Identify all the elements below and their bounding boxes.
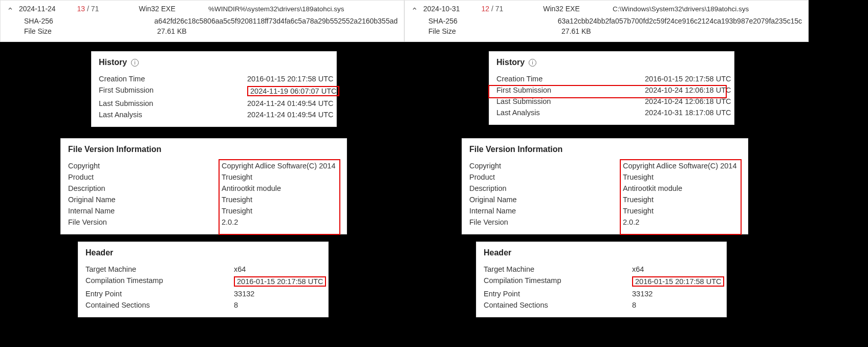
first-submission-label: First Submission	[99, 86, 247, 96]
contained-sections-value: 8	[234, 301, 238, 309]
file-size-row: File Size 27.61 KB	[24, 26, 398, 36]
first-submission-value: 2024-11-19 06:07:07 UTC	[247, 86, 339, 96]
history-title: History	[99, 58, 127, 67]
contained-sections-label: Contained Sections	[484, 301, 632, 309]
product-label: Product	[68, 173, 222, 181]
pe-header-panel: Header Target Machinex64 Compilation Tim…	[78, 242, 329, 317]
last-submission-value: 2024-10-24 12:06:18 UTC	[645, 97, 731, 105]
internal-name-label: Internal Name	[469, 207, 623, 215]
header-title: Header	[85, 248, 113, 257]
detection-row[interactable]: 2024-11-24 13 / 71 Win32 EXE %WINDIR%\sy…	[0, 0, 404, 42]
entry-point-value: 33132	[632, 290, 653, 298]
scan-date: 2024-10-31	[423, 5, 469, 13]
detection-ratio: 12 / 71	[474, 5, 510, 13]
sha256-row: SHA-256 a642fd26c18c5806aa5c5f9208118ff7…	[24, 16, 398, 26]
file-version-panel: File Version Information CopyrightCopyri…	[462, 138, 748, 234]
contained-sections-label: Contained Sections	[85, 301, 234, 309]
copyright-label: Copyright	[68, 162, 222, 170]
original-name-value: Truesight	[623, 196, 654, 204]
history-title: History	[496, 58, 525, 67]
copyright-value: Copyright Adlice Software(C) 2014	[222, 162, 335, 170]
file-version-value: 2.0.2	[222, 218, 238, 226]
creation-time-value: 2016-01-15 20:17:58 UTC	[247, 75, 333, 83]
compilation-timestamp-label: Compilation Timestamp	[85, 276, 234, 287]
internal-name-value: Truesight	[623, 207, 654, 215]
target-machine-label: Target Machine	[484, 265, 632, 273]
creation-time-label: Creation Time	[99, 75, 247, 83]
first-submission-label: First Submission	[496, 86, 645, 94]
file-size-row: File Size 27.61 KB	[428, 26, 802, 36]
last-submission-value: 2024-11-24 01:49:54 UTC	[247, 99, 333, 107]
info-icon[interactable]: i	[529, 59, 536, 67]
history-panel: History i Creation Time2016-01-15 20:17:…	[91, 51, 337, 127]
last-analysis-value: 2024-11-24 01:49:54 UTC	[247, 111, 333, 119]
target-machine-label: Target Machine	[85, 265, 234, 273]
target-machine-value: x64	[632, 265, 644, 273]
description-label: Description	[469, 184, 623, 192]
file-version-label: File Version	[68, 218, 222, 226]
entry-point-label: Entry Point	[484, 290, 632, 298]
sha256-row: SHA-256 63a12cbb24bb2fa057b700fd2c59f24c…	[428, 16, 802, 26]
last-analysis-label: Last Analysis	[496, 109, 645, 117]
original-name-label: Original Name	[68, 196, 222, 204]
last-submission-label: Last Submission	[496, 97, 645, 105]
history-panel: History i Creation Time2016-01-15 20:17:…	[489, 51, 734, 125]
fvi-title: File Version Information	[469, 145, 562, 154]
file-type: Win32 EXE	[515, 5, 607, 13]
compilation-timestamp-label: Compilation Timestamp	[484, 276, 632, 287]
last-analysis-value: 2024-10-31 18:17:08 UTC	[645, 109, 731, 117]
file-version-label: File Version	[469, 218, 623, 226]
file-path: %WINDIR%\system32\drivers\189atohci.sys	[208, 5, 398, 13]
chevron-up-icon[interactable]	[411, 5, 418, 12]
description-value: Antirootkit module	[623, 184, 682, 192]
chevron-up-icon[interactable]	[7, 5, 14, 12]
creation-time-label: Creation Time	[496, 75, 645, 83]
compilation-timestamp-value: 2016-01-15 20:17:58 UTC	[234, 276, 326, 287]
fvi-title: File Version Information	[68, 145, 161, 154]
pe-header-panel: Header Target Machinex64 Compilation Tim…	[476, 242, 727, 317]
product-value: Truesight	[222, 173, 252, 181]
entry-point-label: Entry Point	[85, 290, 234, 298]
file-type: Win32 EXE	[111, 5, 203, 13]
internal-name-value: Truesight	[222, 207, 252, 215]
original-name-value: Truesight	[222, 196, 252, 204]
detection-ratio: 13 / 71	[70, 5, 106, 13]
product-label: Product	[469, 173, 623, 181]
creation-time-value: 2016-01-15 20:17:58 UTC	[645, 75, 731, 83]
compilation-timestamp-value: 2016-01-15 20:17:58 UTC	[632, 276, 724, 287]
last-analysis-label: Last Analysis	[99, 111, 247, 119]
original-name-label: Original Name	[469, 196, 623, 204]
target-machine-value: x64	[234, 265, 246, 273]
internal-name-label: Internal Name	[68, 207, 222, 215]
entry-point-value: 33132	[234, 290, 254, 298]
description-value: Antirootkit module	[222, 184, 281, 192]
last-submission-label: Last Submission	[99, 99, 247, 107]
copyright-value: Copyright Adlice Software(C) 2014	[623, 162, 736, 170]
description-label: Description	[68, 184, 222, 192]
first-submission-value: 2024-10-24 12:06:18 UTC	[645, 86, 731, 94]
product-value: Truesight	[623, 173, 654, 181]
header-title: Header	[484, 248, 511, 257]
info-icon[interactable]: i	[131, 59, 139, 67]
contained-sections-value: 8	[632, 301, 636, 309]
scan-date: 2024-11-24	[19, 5, 65, 13]
file-version-panel: File Version Information CopyrightCopyri…	[60, 138, 347, 234]
file-version-value: 2.0.2	[623, 218, 639, 226]
file-path: C:\Windows\System32\drivers\189atohci.sy…	[613, 5, 802, 13]
copyright-label: Copyright	[469, 162, 623, 170]
detection-row[interactable]: 2024-10-31 12 / 71 Win32 EXE C:\Windows\…	[404, 0, 809, 42]
